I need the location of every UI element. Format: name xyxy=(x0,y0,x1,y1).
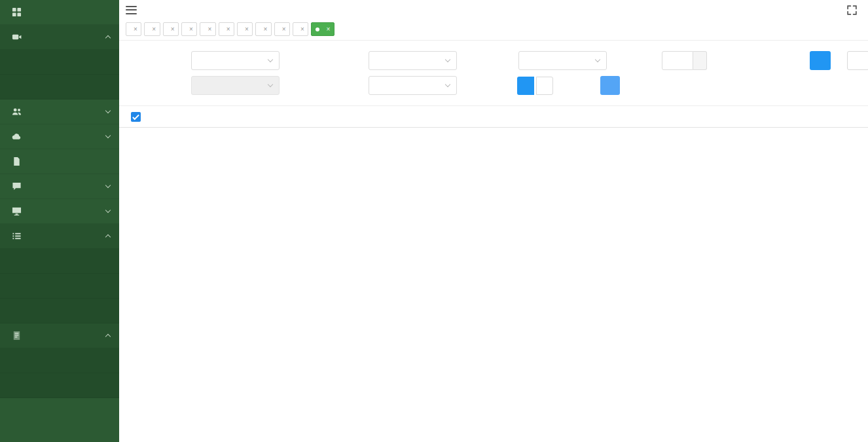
main-area: ××××××××××× xyxy=(119,0,868,442)
chevron-down-icon xyxy=(595,57,600,62)
tab-9[interactable]: × xyxy=(293,22,308,36)
users-icon xyxy=(12,107,22,117)
sidebar-item-farm-code-approval[interactable] xyxy=(0,149,119,174)
close-icon[interactable]: × xyxy=(326,26,329,33)
chevron-down-icon xyxy=(445,57,450,62)
close-icon[interactable]: × xyxy=(134,26,137,33)
cloud-icon xyxy=(12,132,22,141)
sidebar-subitem-disease-expert-judgment[interactable] xyxy=(0,348,119,373)
close-icon[interactable]: × xyxy=(282,26,285,33)
results-table xyxy=(119,105,868,128)
sidebar-subitem-disease-results-old[interactable] xyxy=(0,274,119,299)
sidebar xyxy=(0,0,119,442)
sidebar-subitem-camera-register[interactable] xyxy=(0,50,119,75)
tab-6[interactable]: × xyxy=(237,22,253,36)
sidebar-item-expert-system[interactable] xyxy=(0,323,119,348)
select-all-checkbox[interactable] xyxy=(131,112,141,122)
board-icon xyxy=(12,181,22,191)
chevron-down-icon xyxy=(105,108,111,113)
chevron-up-icon xyxy=(105,35,111,41)
tab-1[interactable]: × xyxy=(144,22,160,36)
device-select[interactable] xyxy=(369,76,457,95)
sidebar-item-dashboard[interactable] xyxy=(0,0,119,25)
accuracy-suffix xyxy=(693,51,707,70)
close-icon[interactable]: × xyxy=(245,26,248,33)
close-icon[interactable]: × xyxy=(152,26,155,33)
sidebar-item-board-management[interactable] xyxy=(0,174,119,199)
close-icon[interactable]: × xyxy=(208,26,211,33)
chevron-down-icon xyxy=(105,183,111,188)
chevron-down-icon xyxy=(268,57,273,62)
tab-0[interactable]: × xyxy=(126,22,141,36)
chevron-up-icon xyxy=(105,334,111,339)
sidebar-subitem-pest-expert-judgment[interactable] xyxy=(0,373,119,398)
chevron-down-icon xyxy=(105,133,111,138)
tab-2[interactable]: × xyxy=(163,22,179,36)
tab-10[interactable]: × xyxy=(311,22,334,36)
filter-row-1 xyxy=(119,51,868,70)
filter-panel xyxy=(119,41,868,101)
filter-row-2 xyxy=(119,76,868,95)
table-header-row xyxy=(119,105,868,128)
sidebar-item-system-code[interactable] xyxy=(0,124,119,149)
tab-bar: ××××××××××× xyxy=(119,20,868,41)
sidebar-subitem-pest-results[interactable] xyxy=(0,299,119,323)
greenhouse-select[interactable] xyxy=(369,51,457,70)
accuracy-group xyxy=(662,51,707,70)
sidebar-subitem-disease-results-new[interactable] xyxy=(0,249,119,274)
close-icon[interactable]: × xyxy=(189,26,192,33)
active-tab-dot xyxy=(316,28,319,31)
list-icon xyxy=(12,231,22,241)
sidebar-item-pest-diagnosis-results[interactable] xyxy=(0,224,119,249)
sidebar-item-user-management[interactable] xyxy=(0,100,119,124)
chevron-down-icon xyxy=(105,208,111,213)
tab-5[interactable]: × xyxy=(219,22,234,36)
close-button[interactable] xyxy=(847,51,868,70)
tab-4[interactable]: × xyxy=(200,22,215,36)
sidebar-subitem-camera-settings[interactable] xyxy=(0,75,119,100)
tab-8[interactable]: × xyxy=(274,22,290,36)
method-auto-button[interactable] xyxy=(536,77,553,95)
fullscreen-icon[interactable] xyxy=(846,5,858,16)
chevron-up-icon xyxy=(105,234,111,240)
select-all-cell xyxy=(119,112,152,122)
app-root: ××××××××××× xyxy=(0,0,868,442)
sidebar-item-camera-management[interactable] xyxy=(0,25,119,50)
dashboard-icon xyxy=(12,7,22,17)
sidebar-item-pest-manual-diagnosis[interactable] xyxy=(0,199,119,224)
chevron-down-icon xyxy=(268,82,273,87)
search-button[interactable] xyxy=(810,51,831,70)
expert-icon xyxy=(12,331,22,341)
document-icon xyxy=(12,157,22,166)
close-icon[interactable]: × xyxy=(171,26,174,33)
monitor-icon xyxy=(12,206,22,216)
tab-7[interactable]: × xyxy=(255,22,271,36)
close-icon[interactable]: × xyxy=(300,26,304,33)
top-bar xyxy=(119,0,868,20)
chevron-down-icon xyxy=(445,82,450,87)
farm-select[interactable] xyxy=(191,51,280,70)
close-icon[interactable]: × xyxy=(226,26,230,33)
diagnosis-type-select[interactable] xyxy=(191,76,280,95)
menu-toggle-icon[interactable] xyxy=(126,6,137,14)
download-button[interactable] xyxy=(600,76,620,95)
crop-code-select[interactable] xyxy=(518,51,607,70)
camera-icon xyxy=(12,32,22,42)
tab-3[interactable]: × xyxy=(181,22,197,36)
accuracy-input[interactable] xyxy=(662,51,693,70)
method-upload-button[interactable] xyxy=(517,77,534,95)
close-icon[interactable]: × xyxy=(263,26,266,33)
